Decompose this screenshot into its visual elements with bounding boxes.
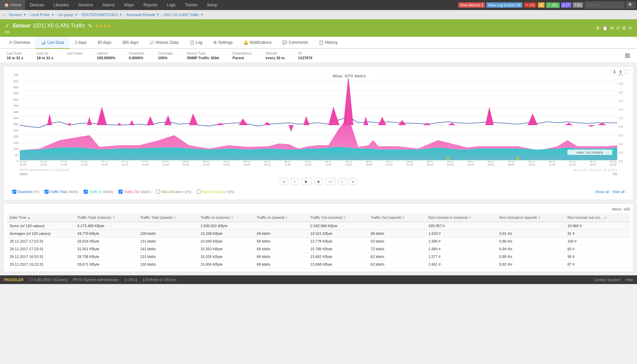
legend-downtime[interactable]: Downtime (%) (12, 190, 39, 194)
help-link[interactable]: Help (625, 278, 633, 282)
chart-nav-pause[interactable]: — (325, 178, 336, 185)
show-all-link[interactable]: Show all (595, 190, 609, 194)
tickets-nav-item[interactable]: Tickets (180, 0, 203, 10)
row2-traffic-in-vol: 15.263 KByte (198, 245, 254, 253)
table-row: 29.11.2017 17:23:31 31.051 KByte 141 kbi… (7, 245, 630, 253)
tab-log[interactable]: 📋 Log (184, 37, 208, 49)
col-traffic-in-vol[interactable]: Traffic In (volume) ⇅ (198, 213, 254, 222)
col-traffic-total-vol[interactable]: Traffic Total (volume) ⇅ (75, 213, 138, 222)
alarm-count-badge[interactable]: !! 131 (524, 2, 537, 8)
sensor-refresh-icon[interactable]: ↺ (616, 25, 620, 31)
new-alarms-badge[interactable]: New Alarms 2 (458, 2, 485, 8)
sensors-nav-item[interactable]: Sensors (74, 0, 98, 10)
legend-traffic-total[interactable]: Traffic Total (kbit/s) (45, 190, 78, 194)
last-scan-value: 18 m 31 s (7, 56, 23, 60)
legend-non-unicast-in[interactable]: Non-Unicast in (#/s) (156, 190, 191, 194)
logs-nav-item[interactable]: Logs (162, 0, 180, 10)
legend-downtime-checkbox[interactable] (12, 190, 16, 194)
search-button[interactable]: 🔍 (626, 1, 636, 9)
col-non-uni-in-speed[interactable]: Non-Unicast in (speed) ⇅ (496, 213, 565, 222)
gray-badge[interactable]: ? 61 (573, 2, 583, 8)
row4-traffic-in-vol: 15.004 KByte (198, 261, 254, 268)
breadcrumb-router-switches[interactable]: ROUTER/SWITCHES (82, 13, 118, 17)
legend-traffic-out[interactable]: Traffic Out (kbit/s) (118, 190, 151, 194)
breadcrumb-local-probe[interactable]: Local Probe (30, 13, 50, 17)
maps-nav-item[interactable]: Maps (120, 0, 139, 10)
legend-traffic-in-checkbox[interactable] (84, 190, 88, 194)
warning-badge[interactable]: W (538, 2, 545, 8)
breadcrumb-sonicwall[interactable]: Sonicwall Firewall (126, 13, 155, 17)
downtime-value: 0,0000% (129, 56, 145, 60)
tab-live-data[interactable]: 📊 Live Data (35, 37, 70, 49)
sums-non-uni-out: 10.960 # (565, 222, 630, 230)
tab-historic-data[interactable]: 📈 Historic Data (144, 37, 184, 49)
notifications-icon: 🔔 (243, 40, 248, 45)
breadcrumb-sensor[interactable]: (001) X0 (LAN) Traffic (163, 13, 199, 17)
search-input[interactable] (584, 1, 625, 9)
breadcrumb-1st-group[interactable]: 1st group (58, 13, 73, 17)
sensor-edit-icon[interactable]: ✎ (88, 23, 92, 29)
chart-nav-play[interactable]: ► (301, 178, 312, 185)
min-annotation: Min: 62 kbit/s (577, 151, 603, 154)
qr-icon-container[interactable]: ▦ (625, 52, 630, 60)
setup-nav-item[interactable]: Setup (202, 0, 222, 10)
breadcrumb-home-icon[interactable]: ⌂ (3, 13, 5, 17)
tab-notifications[interactable]: 🔔 Notifications (238, 37, 277, 49)
col-non-uni-out[interactable]: Non-Unicast out (vo... ⇅ (565, 213, 630, 222)
contact-support-link[interactable]: Contact Support (594, 278, 621, 282)
averages-non-uni-in-speed: 0,91 #/s (496, 230, 565, 238)
sensor-italic-label: Sensor (12, 23, 30, 29)
sensor-delete-icon[interactable]: ✕ (628, 25, 632, 31)
libraries-nav-item[interactable]: Libraries (49, 0, 74, 10)
row1-traffic-out-vol: 13.778 KByte (308, 238, 368, 245)
col-non-uni-in-vol[interactable]: Non-Unicast in (volume) ⇅ (426, 213, 497, 222)
tab-comments[interactable]: 💬 Comments (277, 37, 313, 49)
sensor-settings-icon[interactable]: ⚙ (622, 25, 626, 31)
col-datetime[interactable]: Date Time ▲ (7, 213, 75, 222)
legend-non-unicast-in-checkbox[interactable] (156, 190, 160, 194)
hide-all-link[interactable]: Hide all (612, 190, 625, 194)
chart-nav-last[interactable]: » (349, 178, 357, 185)
col-traffic-in-speed[interactable]: Traffic In (speed) ⇅ (254, 213, 308, 222)
col-traffic-out-vol[interactable]: Traffic Out (volume) ⇅ (308, 213, 368, 222)
chart-nav-next[interactable]: › (338, 178, 346, 185)
qr-icon[interactable]: ▦ (625, 52, 630, 59)
col-traffic-total-speed[interactable]: Traffic Total (speed) ⇅ (138, 213, 198, 222)
purple-badge[interactable]: || 17 (561, 2, 571, 8)
tab-365days[interactable]: 365 days (117, 37, 144, 49)
tab-2days[interactable]: 2 days (70, 37, 92, 49)
chart-nav-prev[interactable]: ‹ (291, 178, 298, 185)
legend-non-unicast-out-checkbox[interactable] (197, 190, 201, 194)
sums-traffic-in-vol: 1.830.901 KByte (198, 222, 254, 230)
tab-30days[interactable]: 30 days (92, 37, 117, 49)
row2-traffic-out-vol: 15.788 KByte (308, 245, 368, 253)
tab-overview[interactable]: ↺ Overview (3, 37, 35, 49)
reports-nav-item[interactable]: Reports (139, 0, 162, 10)
row4-traffic-total-speed: 130 kbit/s (138, 261, 198, 268)
chart-nav-live[interactable]: ● (314, 178, 323, 185)
new-log-entries-badge[interactable]: New Log Entries 94 (486, 2, 523, 8)
sensor-clone-icon[interactable]: 📋 (602, 25, 608, 31)
legend-non-unicast-out[interactable]: Non-Unicast out (#/s) (197, 190, 234, 194)
devices-nav-item[interactable]: Devices (25, 0, 49, 10)
alarms-nav-item[interactable]: Alarms (98, 0, 120, 10)
tab-settings[interactable]: ⚙ Settings (208, 37, 238, 49)
tab-history[interactable]: 📋 History (313, 37, 343, 49)
stat-last-up: Last Up: 18 m 31 s (37, 52, 54, 60)
tabs-bar: ↺ Overview 📊 Live Data 2 days 30 days 36… (0, 37, 637, 49)
sensor-mail-icon[interactable]: ✉ (610, 25, 614, 31)
chart-nav-first[interactable]: « (280, 178, 288, 185)
legend-traffic-in[interactable]: Traffic In (kbit/s) (84, 190, 113, 194)
averages-traffic-out-vol: 19.521 KByte (308, 230, 368, 238)
legend-traffic-out-checkbox[interactable] (118, 190, 123, 194)
home-icon: 🏠 (4, 0, 9, 10)
col-traffic-out-speed[interactable]: Traffic Out (speed) ⇅ (368, 213, 425, 222)
row3-traffic-total-vol: 28.708 KByte (75, 253, 138, 261)
row2-non-uni-in-speed: 0,94 #/s (496, 245, 565, 253)
sensor-pause-icon[interactable]: ⏸ (595, 25, 600, 31)
sensor-stars[interactable]: ★★★★☆ (95, 23, 115, 28)
home-nav-item[interactable]: 🏠 Home (0, 0, 25, 10)
breadcrumb-devices[interactable]: Devices (9, 13, 22, 17)
legend-traffic-total-checkbox[interactable] (45, 190, 49, 194)
ok-badge[interactable]: ✓ 481 (546, 2, 559, 8)
